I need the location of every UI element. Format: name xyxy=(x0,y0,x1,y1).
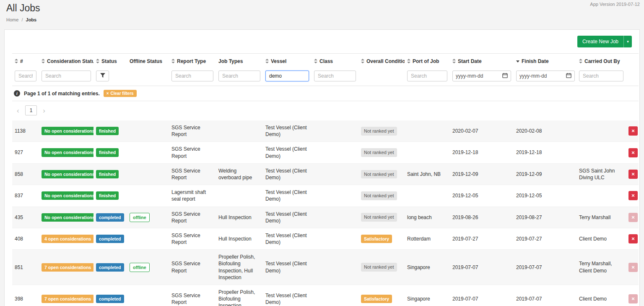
cell-consideration-status: No open considerations xyxy=(39,185,93,207)
cell-start-date: 2019-12-18 xyxy=(450,142,514,163)
column-header-status[interactable]: Status xyxy=(93,54,127,68)
column-header-port-of-job[interactable]: Port of Job xyxy=(405,54,450,68)
sort-icon xyxy=(15,59,18,63)
sort-icon xyxy=(96,59,100,63)
column-header-report-type[interactable]: Report Type xyxy=(169,54,216,68)
breadcrumb-home-link[interactable]: Home xyxy=(6,17,18,22)
consideration-status-badge: No open considerations xyxy=(42,213,93,222)
delete-job-button[interactable]: × xyxy=(628,213,638,222)
table-row: 837No open considerationsfinishedLagersm… xyxy=(12,185,639,207)
cell-overall-condition: Not ranked yet xyxy=(358,120,405,142)
column-label-start-date: Start Date xyxy=(458,58,482,64)
sort-icon xyxy=(42,59,45,63)
cell-vessel: Test Vessel (Client Demo) xyxy=(263,250,312,285)
delete-job-button[interactable]: × xyxy=(628,191,638,200)
cell-job-types: Propeller Polish, Biofouling Inspection,… xyxy=(216,250,263,285)
funnel-icon xyxy=(100,73,105,79)
cell-offline-status xyxy=(127,142,169,163)
cell-start-date: 2019-12-05 xyxy=(450,185,514,207)
clear-filters-button[interactable]: ×Clear filters xyxy=(104,90,137,97)
offline-status-badge: offline xyxy=(130,213,150,222)
cell-finish-date: 2019-07-27 xyxy=(514,228,576,249)
filter-vessel-input[interactable] xyxy=(265,71,309,81)
delete-job-button[interactable]: × xyxy=(628,170,638,179)
cell-consideration-status: No open considerations xyxy=(39,142,93,163)
prev-page-button[interactable]: ‹ xyxy=(13,106,23,115)
column-label-offline-status: Offline Status xyxy=(130,58,162,64)
filter-report-type-input[interactable] xyxy=(171,71,213,81)
cell-carried-out-by xyxy=(576,185,626,207)
column-header-class[interactable]: Class xyxy=(312,54,358,68)
cell-report-type: SGS Service Report xyxy=(169,228,216,249)
cell-finish-date: 2019-12-18 xyxy=(514,142,576,163)
cell-vessel: Test Vessel (Client Demo) xyxy=(263,228,312,249)
pager-row: ‹1› xyxy=(12,101,639,121)
filter-id-input[interactable] xyxy=(15,71,36,81)
cell-actions: × xyxy=(626,142,639,163)
page-1-button[interactable]: 1 xyxy=(25,105,37,115)
filter-port-of-job-input[interactable] xyxy=(407,71,447,81)
cell-actions: × xyxy=(626,163,639,185)
column-label-class: Class xyxy=(319,58,333,64)
jobs-card: Create New Job ▾ #Consideration StatusSt… xyxy=(4,29,640,306)
column-label-status: Status xyxy=(101,58,117,64)
create-new-job-split-button: Create New Job ▾ xyxy=(577,36,632,47)
cell-class xyxy=(312,142,358,163)
consideration-status-badge: No open considerations xyxy=(42,170,93,178)
cell-overall-condition: Not ranked yet xyxy=(358,185,405,207)
column-header-vessel[interactable]: Vessel xyxy=(263,54,312,68)
overall-condition-badge: Not ranked yet xyxy=(361,191,397,200)
consideration-status-badge: 4 open considerations xyxy=(42,235,93,243)
create-new-job-button[interactable]: Create New Job xyxy=(577,36,623,47)
create-new-job-dropdown-toggle[interactable]: ▾ xyxy=(623,36,632,47)
column-label-job-types: Job Types xyxy=(218,58,243,64)
column-header-consideration-status[interactable]: Consideration Status xyxy=(39,54,93,68)
cell-status: completed xyxy=(93,207,127,228)
delete-job-button[interactable]: × xyxy=(628,234,638,243)
column-header-id[interactable]: # xyxy=(12,54,39,68)
delete-job-button[interactable]: × xyxy=(628,126,638,136)
pager-cell: ‹1› xyxy=(12,101,639,121)
filter-cell-carried-out-by xyxy=(576,68,626,86)
column-label-consideration-status: Consideration Status xyxy=(47,58,93,64)
cell-offline-status: offline xyxy=(127,250,169,285)
column-header-start-date[interactable]: Start Date xyxy=(450,54,514,68)
info-bar: iPage 1 of 1 of matching entries.×Clear … xyxy=(14,90,637,97)
table-row: 435No open considerationscompletedofflin… xyxy=(12,207,639,228)
column-label-id: # xyxy=(20,58,23,64)
column-header-finish-date[interactable]: Finish Date xyxy=(514,54,576,68)
filter-class-input[interactable] xyxy=(314,71,356,81)
filter-consideration-status-input[interactable] xyxy=(42,71,91,81)
table-row: 1138No open considerationsfinishedSGS Se… xyxy=(12,120,639,142)
filter-carried-out-by-input[interactable] xyxy=(579,71,623,81)
filter-cell-consideration-status xyxy=(39,68,93,86)
cell-job-types: Welding overboard pipe xyxy=(216,163,263,185)
filter-start-date-input[interactable]: yyyy-mm-dd xyxy=(452,71,511,81)
cell-port-of-job: Singapore xyxy=(405,285,450,306)
column-header-carried-out-by[interactable]: Carried Out By xyxy=(576,54,626,68)
delete-job-button[interactable]: × xyxy=(628,294,638,303)
filter-cell-overall-condition xyxy=(358,68,405,86)
cell-port-of-job xyxy=(405,142,450,163)
cell-offline-status xyxy=(127,285,169,306)
consideration-status-badge: No open considerations xyxy=(42,191,93,200)
next-page-button[interactable]: › xyxy=(39,106,49,115)
status-filter-button[interactable] xyxy=(96,71,109,81)
delete-job-button[interactable]: × xyxy=(628,263,638,272)
filter-cell-job-types xyxy=(216,68,263,86)
cell-carried-out-by xyxy=(576,142,626,163)
cell-carried-out-by: Terry Marshall, Client Demo xyxy=(576,250,626,285)
cell-status: finished xyxy=(93,120,127,142)
cell-report-type: SGS Service Report xyxy=(169,207,216,228)
filter-finish-date-input[interactable]: yyyy-mm-dd xyxy=(516,71,575,81)
cell-job-types xyxy=(216,185,263,207)
overall-condition-badge: Satisfactory xyxy=(361,295,392,303)
status-badge: completed xyxy=(96,235,124,243)
filter-cell-class xyxy=(312,68,358,86)
cell-job-types: Hull Inspection xyxy=(216,207,263,228)
column-header-overall-condition[interactable]: Overall Condition xyxy=(358,54,405,68)
cell-offline-status xyxy=(127,163,169,185)
filter-job-types-input[interactable] xyxy=(218,71,260,81)
cell-vessel: Test Vessel (Client Demo) xyxy=(263,142,312,163)
delete-job-button[interactable]: × xyxy=(628,148,638,157)
